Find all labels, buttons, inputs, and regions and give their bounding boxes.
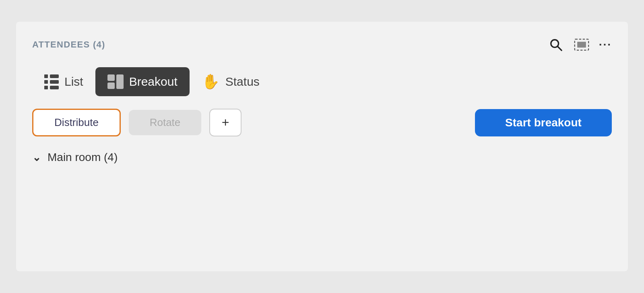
tab-breakout[interactable]: Breakout bbox=[95, 67, 190, 96]
tab-breakout-label: Breakout bbox=[129, 75, 178, 89]
more-options-button[interactable]: ··· bbox=[599, 38, 612, 51]
svg-rect-3 bbox=[577, 42, 586, 47]
rotate-button: Rotate bbox=[129, 110, 201, 135]
add-room-button[interactable]: + bbox=[209, 109, 242, 136]
actions-row: Distribute Rotate + Start breakout bbox=[32, 109, 612, 136]
screen-select-icon bbox=[574, 38, 589, 52]
distribute-button[interactable]: Distribute bbox=[32, 109, 121, 136]
main-room-label: Main room (4) bbox=[47, 151, 118, 164]
svg-line-1 bbox=[557, 46, 561, 50]
search-icon bbox=[549, 38, 563, 52]
list-icon bbox=[44, 74, 59, 89]
main-room-row: ⌄ Main room (4) bbox=[32, 151, 612, 164]
tabs-row: List Breakout ✋ Status bbox=[32, 66, 612, 97]
breakout-icon bbox=[107, 74, 124, 89]
tab-status-label: Status bbox=[225, 75, 260, 89]
chevron-down-icon[interactable]: ⌄ bbox=[32, 151, 41, 164]
tab-status[interactable]: ✋ Status bbox=[190, 66, 272, 97]
tab-list[interactable]: List bbox=[32, 67, 95, 97]
tab-list-label: List bbox=[64, 75, 83, 89]
start-breakout-button[interactable]: Start breakout bbox=[475, 109, 612, 136]
attendees-panel: ATTENDEES (4) ··· bbox=[16, 22, 628, 271]
search-button[interactable] bbox=[547, 36, 564, 53]
screen-select-button[interactable] bbox=[572, 36, 591, 53]
header-icons: ··· bbox=[547, 36, 612, 53]
attendees-title: ATTENDEES (4) bbox=[32, 39, 105, 50]
hand-icon: ✋ bbox=[202, 73, 220, 90]
panel-header: ATTENDEES (4) ··· bbox=[32, 36, 612, 53]
